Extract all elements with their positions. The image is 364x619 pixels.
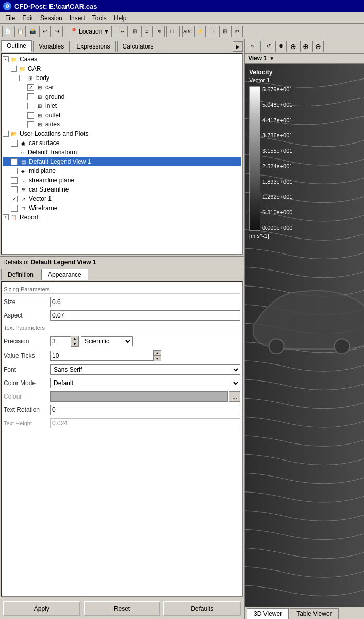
car-surface-checkbox[interactable] xyxy=(11,140,18,147)
tree-item-default-legend[interactable]: ▤ Default Legend View 1 xyxy=(3,157,241,166)
tool-1[interactable]: ↔ xyxy=(117,26,128,37)
text-height-input[interactable] xyxy=(50,418,240,428)
view-dropdown-icon[interactable]: ▼ xyxy=(269,56,274,61)
expand-user-locations[interactable]: - xyxy=(3,131,9,137)
tree-item-body[interactable]: - ⊞ body xyxy=(3,73,241,83)
inlet-checkbox[interactable] xyxy=(27,103,34,109)
legend-val-5: 2.524e+001 xyxy=(262,163,292,169)
tree-item-wireframe[interactable]: □ Wireframe xyxy=(3,203,241,213)
location-button[interactable]: 📍 Location ▼ xyxy=(68,26,112,37)
default-legend-checkbox[interactable] xyxy=(11,158,18,165)
value-ticks-down[interactable]: ▼ xyxy=(154,356,161,361)
precision-value[interactable] xyxy=(50,336,71,346)
text-rotation-input[interactable] xyxy=(50,405,240,415)
new-btn[interactable]: 📄 xyxy=(2,26,13,37)
tool-3[interactable]: ≡ xyxy=(141,26,153,37)
aspect-label: Aspect xyxy=(4,312,50,319)
tab-outline[interactable]: Outline xyxy=(1,40,32,52)
reset-button[interactable]: Reset xyxy=(84,601,161,616)
tree-item-cases[interactable]: - 📁 Cases xyxy=(3,55,241,64)
precision-type-select[interactable]: Scientific Fixed General xyxy=(81,336,133,346)
tree-item-car-surface[interactable]: ◉ car surface xyxy=(3,138,241,148)
precision-spinner-btns: ▲ ▼ xyxy=(71,336,79,347)
precision-down[interactable]: ▼ xyxy=(71,341,78,346)
tab-calculators[interactable]: Calculators xyxy=(117,41,159,52)
view-tool-zoom-in1[interactable]: ⊕ xyxy=(288,41,299,52)
tab-expressions[interactable]: Expressions xyxy=(71,41,115,52)
view-tool-pan[interactable]: ✚ xyxy=(275,41,287,52)
tree-item-report[interactable]: + 📋 Report xyxy=(3,213,241,222)
menu-file[interactable]: File xyxy=(2,14,18,22)
aspect-input[interactable] xyxy=(50,310,240,321)
undo-btn[interactable]: ↩ xyxy=(39,26,51,37)
outlet-checkbox[interactable] xyxy=(27,112,34,119)
tool-5[interactable]: □ xyxy=(166,26,177,37)
menu-tools[interactable]: Tools xyxy=(89,14,110,22)
tool-7[interactable]: □ xyxy=(207,26,218,37)
sides-icon: ⊞ xyxy=(36,120,44,129)
tab-appearance[interactable]: Appearance xyxy=(41,269,88,280)
streamline-plane-checkbox[interactable] xyxy=(11,177,18,184)
wireframe-checkbox[interactable] xyxy=(11,205,18,212)
tree-item-ground[interactable]: ⊞ ground xyxy=(3,92,241,101)
tree-item-sides[interactable]: ⊞ sides xyxy=(3,120,241,129)
tree-item-outlet[interactable]: ⊞ outlet xyxy=(3,110,241,120)
tool-6[interactable]: ⚡ xyxy=(194,26,206,37)
tab-variables[interactable]: Variables xyxy=(33,41,70,52)
separator-2 xyxy=(114,26,114,37)
tab-definition[interactable]: Definition xyxy=(1,269,40,280)
mid-plane-checkbox[interactable] xyxy=(11,168,18,174)
tree-item-vector1[interactable]: ↗ Vector 1 xyxy=(3,194,241,203)
tab-table-viewer[interactable]: Table Viewer xyxy=(290,608,338,619)
tree-item-car[interactable]: - 📁 CAR xyxy=(3,64,241,73)
tab-3d-viewer[interactable]: 3D Viewer xyxy=(247,608,289,619)
value-ticks-input[interactable] xyxy=(50,351,153,361)
tab-scroll-right[interactable]: ▶ xyxy=(233,41,243,52)
view-tool-zoom-in2[interactable]: ⊕ xyxy=(300,41,311,52)
precision-up[interactable]: ▲ xyxy=(71,336,78,341)
camera-btn[interactable]: 📸 xyxy=(27,26,38,37)
ground-checkbox[interactable] xyxy=(27,93,34,100)
tree-item-user-locations[interactable]: - 📂 User Locations and Plots xyxy=(3,129,241,138)
open-btn[interactable]: 📋 xyxy=(14,26,26,37)
redo-btn[interactable]: ↪ xyxy=(52,26,63,37)
expand-report[interactable]: + xyxy=(3,214,9,220)
colour-picker-btn[interactable]: ... xyxy=(229,391,240,402)
tree-item-car-streamline[interactable]: ≋ car Streamline xyxy=(3,185,241,194)
expand-body[interactable]: - xyxy=(19,75,25,81)
tree-item-mid-plane[interactable]: ◈ mid plane xyxy=(3,166,241,176)
defaults-button[interactable]: Defaults xyxy=(163,601,241,616)
view-tool-zoom-out[interactable]: ⊖ xyxy=(312,41,324,52)
expand-cases[interactable]: - xyxy=(3,56,9,62)
view-tool-arrow[interactable]: ↖ xyxy=(247,41,258,52)
tool-2[interactable]: ⊞ xyxy=(129,26,140,37)
font-select[interactable]: Sans Serif Serif Monospace xyxy=(50,364,240,375)
tool-8[interactable]: ⊞ xyxy=(219,26,230,37)
tool-4[interactable]: ≈ xyxy=(154,26,165,37)
menu-insert[interactable]: Insert xyxy=(67,14,88,22)
menu-edit[interactable]: Edit xyxy=(19,14,36,22)
tool-9[interactable]: ✂ xyxy=(231,26,243,37)
size-row: Size xyxy=(4,297,240,307)
car-mesh-checkbox[interactable] xyxy=(27,84,34,91)
tree-item-default-transform[interactable]: ↔ Default Transform xyxy=(3,148,241,157)
tree-item-car-mesh[interactable]: ⊞ car xyxy=(3,83,241,92)
ground-label: ground xyxy=(45,93,64,100)
expand-car[interactable]: - xyxy=(11,66,17,72)
sides-checkbox[interactable] xyxy=(27,121,34,128)
view-tool-rotate[interactable]: ↺ xyxy=(263,41,274,52)
car-surface-icon: ◉ xyxy=(19,139,27,147)
color-mode-select[interactable]: Default Custom xyxy=(50,378,240,388)
car-streamline-checkbox[interactable] xyxy=(11,186,18,193)
menu-help[interactable]: Help xyxy=(111,14,130,22)
vector1-checkbox[interactable] xyxy=(11,196,18,202)
tree-item-streamline-plane[interactable]: ≈ streamline plane xyxy=(3,176,241,185)
tool-abc[interactable]: ABC xyxy=(182,26,193,37)
tree-item-inlet[interactable]: ⊞ inlet xyxy=(3,101,241,110)
size-input[interactable] xyxy=(50,297,240,307)
value-ticks-up[interactable]: ▲ xyxy=(154,351,161,356)
legend-unit: [m s^-1] xyxy=(249,233,292,239)
viewer-tabs: 3D Viewer Table Viewer xyxy=(245,607,364,619)
apply-button[interactable]: Apply xyxy=(3,601,80,616)
menu-session[interactable]: Session xyxy=(37,14,65,22)
